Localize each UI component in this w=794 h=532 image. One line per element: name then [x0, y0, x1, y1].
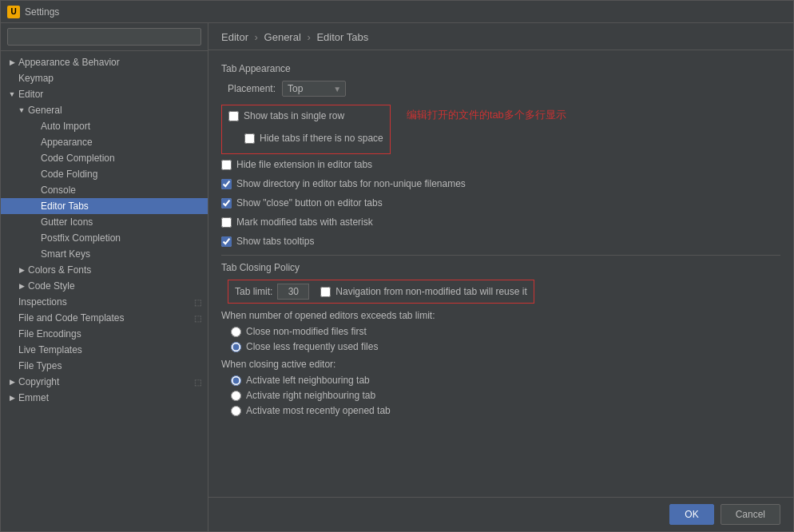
sidebar-label: Inspections — [18, 296, 67, 308]
sidebar-label: File Encodings — [18, 328, 81, 339]
close-non-modified-radio[interactable] — [231, 327, 241, 337]
nav-reuse-checkbox[interactable] — [320, 287, 331, 297]
settings-window: U Settings Appearance & Behavior Keymap — [0, 0, 794, 532]
breadcrumb: Editor › General › Editor Tabs — [208, 23, 793, 50]
arrow-icon — [7, 89, 17, 99]
sidebar-item-smart-keys[interactable]: Smart Keys — [1, 246, 208, 262]
activate-recent-row: Activate most recently opened tab — [231, 405, 780, 416]
main-panel: Editor › General › Editor Tabs Tab Appea… — [208, 23, 793, 531]
sidebar-item-general[interactable]: General — [1, 102, 208, 118]
activate-left-label[interactable]: Activate left neighbouring tab — [246, 375, 370, 386]
close-less-frequent-label[interactable]: Close less frequently used files — [246, 341, 378, 352]
ok-button[interactable]: OK — [669, 504, 713, 525]
arrow-icon — [7, 393, 17, 403]
show-tooltips-row: Show tabs tooltips — [221, 234, 780, 248]
search-input[interactable] — [7, 28, 201, 46]
hide-tabs-no-space-row: Hide tabs if there is no space — [244, 131, 383, 145]
activate-recent-label[interactable]: Activate most recently opened tab — [246, 405, 391, 416]
sidebar-label: Auto Import — [41, 121, 90, 132]
sidebar-label: Colors & Fonts — [28, 264, 91, 276]
arrow-icon — [7, 58, 17, 67]
main-content: Appearance & Behavior Keymap Editor Gene… — [1, 23, 793, 531]
show-directory-label[interactable]: Show directory in editor tabs for non-un… — [221, 178, 466, 189]
sidebar-item-copyright[interactable]: Copyright ⬚ — [1, 374, 208, 390]
settings-content: Tab Appearance Placement: Top Bottom Lef… — [208, 50, 793, 497]
sidebar-label: Keymap — [18, 73, 54, 84]
activate-left-radio[interactable] — [231, 375, 241, 386]
tab-limit-area: Tab limit: Navigation from non-modified … — [228, 280, 780, 304]
app-icon: U — [7, 6, 20, 18]
sidebar-item-file-types[interactable]: File Types — [1, 358, 208, 374]
close-less-frequent-radio[interactable] — [231, 342, 241, 352]
sidebar-item-appearance-behavior[interactable]: Appearance & Behavior — [1, 54, 208, 70]
sidebar-item-appearance[interactable]: Appearance — [1, 134, 208, 150]
mark-modified-checkbox[interactable] — [221, 217, 232, 228]
cancel-button[interactable]: Cancel — [721, 504, 780, 525]
sidebar-item-code-style[interactable]: Code Style — [1, 278, 208, 294]
show-close-button-label[interactable]: Show "close" button on editor tabs — [221, 197, 383, 208]
activate-recent-radio[interactable] — [231, 406, 241, 416]
sidebar-item-code-folding[interactable]: Code Folding — [1, 166, 208, 182]
hide-tabs-no-space-checkbox[interactable] — [244, 133, 255, 144]
tab-limit-input[interactable] — [277, 284, 309, 300]
activate-right-radio[interactable] — [231, 391, 241, 401]
show-tooltips-label[interactable]: Show tabs tooltips — [221, 236, 314, 247]
activate-right-row: Activate right neighbouring tab — [231, 390, 780, 401]
sidebar-item-editor-tabs[interactable]: Editor Tabs — [1, 198, 208, 214]
sidebar-item-gutter-icons[interactable]: Gutter Icons — [1, 214, 208, 230]
placement-select[interactable]: Top Bottom Left Right — [282, 81, 346, 97]
sidebar-label: Editor Tabs — [41, 200, 89, 212]
sidebar: Appearance & Behavior Keymap Editor Gene… — [1, 23, 208, 531]
breadcrumb-sep2: › — [307, 31, 310, 43]
sidebar-item-postfix-completion[interactable]: Postfix Completion — [1, 230, 208, 246]
sidebar-item-file-encodings[interactable]: File Encodings — [1, 326, 208, 342]
hide-file-extension-row: Hide file extension in editor tabs — [221, 157, 780, 172]
sidebar-label: Code Style — [28, 280, 75, 292]
page-icon: ⬚ — [194, 298, 201, 307]
sidebar-item-console[interactable]: Console — [1, 182, 208, 198]
sidebar-item-file-code-templates[interactable]: File and Code Templates ⬚ — [1, 310, 208, 326]
page-icon: ⬚ — [194, 378, 201, 387]
show-close-button-row: Show "close" button on editor tabs — [221, 196, 780, 210]
sidebar-item-editor[interactable]: Editor — [1, 86, 208, 102]
mark-modified-row: Mark modified tabs with asterisk — [221, 215, 780, 229]
mark-modified-label[interactable]: Mark modified tabs with asterisk — [221, 216, 373, 228]
sidebar-label: Smart Keys — [41, 248, 90, 260]
breadcrumb-general: General — [264, 31, 301, 43]
placement-select-wrapper: Top Bottom Left Right ▼ — [282, 81, 346, 97]
sidebar-item-auto-import[interactable]: Auto Import — [1, 118, 208, 134]
sidebar-item-live-templates[interactable]: Live Templates — [1, 342, 208, 358]
sidebar-label: Code Completion — [41, 153, 115, 164]
sidebar-item-colors-fonts[interactable]: Colors & Fonts — [1, 262, 208, 278]
chinese-note-text: 编辑打开的文件的tab多个多行显示 — [407, 109, 566, 121]
sidebar-item-code-completion[interactable]: Code Completion — [1, 150, 208, 166]
hide-file-extension-label[interactable]: Hide file extension in editor tabs — [221, 159, 372, 170]
close-less-frequent-row: Close less frequently used files — [231, 341, 780, 352]
show-tooltips-checkbox[interactable] — [221, 236, 232, 247]
hide-tabs-no-space-label[interactable]: Hide tabs if there is no space — [244, 133, 383, 144]
arrow-icon — [17, 105, 26, 115]
sidebar-label: Live Templates — [18, 344, 82, 355]
sidebar-item-keymap[interactable]: Keymap — [1, 70, 208, 86]
activate-right-label[interactable]: Activate right neighbouring tab — [246, 390, 375, 401]
sidebar-label: Appearance — [41, 137, 93, 148]
close-non-modified-label[interactable]: Close non-modified files first — [246, 326, 367, 337]
sidebar-label: Gutter Icons — [41, 216, 93, 228]
show-close-button-checkbox[interactable] — [221, 198, 232, 208]
chinese-annotation: 编辑打开的文件的tab多个多行显示 — [407, 108, 566, 122]
sidebar-item-inspections[interactable]: Inspections ⬚ — [1, 294, 208, 310]
hide-file-extension-checkbox[interactable] — [221, 160, 232, 170]
sidebar-label: Console — [41, 185, 76, 196]
show-directory-row: Show directory in editor tabs for non-un… — [221, 177, 780, 191]
tab-appearance-label: Tab Appearance — [221, 63, 780, 74]
show-tabs-single-row-label[interactable]: Show tabs in single row — [228, 110, 344, 121]
sidebar-label: Code Folding — [41, 169, 97, 180]
show-tabs-single-row-checkbox[interactable] — [228, 111, 239, 121]
sidebar-item-emmet[interactable]: Emmet — [1, 390, 208, 406]
breadcrumb-editor-tabs: Editor Tabs — [316, 31, 368, 43]
activate-left-row: Activate left neighbouring tab — [231, 375, 780, 386]
titlebar: U Settings — [1, 1, 793, 23]
sidebar-label: Postfix Completion — [41, 232, 121, 244]
nav-reuse-label: Navigation from non-modified tab will re… — [335, 286, 526, 297]
show-directory-checkbox[interactable] — [221, 179, 232, 189]
